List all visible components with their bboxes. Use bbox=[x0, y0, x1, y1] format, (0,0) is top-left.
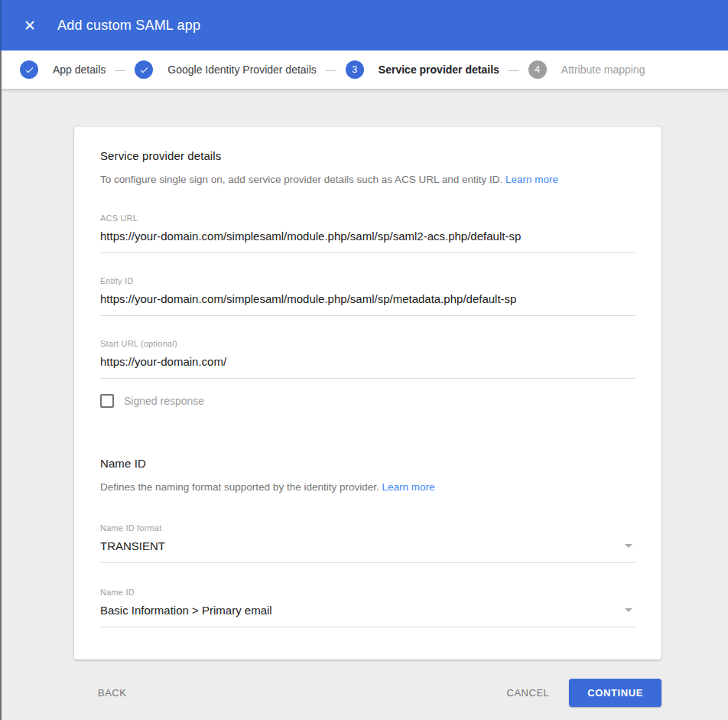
section-description: To configure single sign on, add service… bbox=[100, 174, 635, 185]
step-label: Google Identity Provider details bbox=[167, 64, 317, 76]
step-number-badge: 4 bbox=[528, 60, 547, 79]
step-google-idp-details[interactable]: Google Identity Provider details bbox=[135, 60, 317, 79]
name-id-format-value: TRANSIENT bbox=[100, 539, 165, 552]
name-id-select[interactable]: Basic Information > Primary email bbox=[100, 597, 635, 627]
signed-response-row: Signed response bbox=[100, 394, 635, 408]
signed-response-checkbox[interactable] bbox=[100, 394, 114, 408]
section-title-name-id: Name ID bbox=[100, 457, 635, 470]
back-button[interactable]: BACK bbox=[98, 687, 126, 699]
step-complete-check-icon bbox=[135, 60, 153, 79]
step-connector: — bbox=[326, 64, 336, 76]
step-attribute-mapping[interactable]: 4 Attribute mapping bbox=[528, 60, 645, 79]
name-id-value: Basic Information > Primary email bbox=[100, 604, 272, 617]
step-connector: — bbox=[509, 64, 519, 76]
name-id-format-field-group: Name ID format TRANSIENT bbox=[100, 523, 635, 563]
continue-button[interactable]: CONTINUE bbox=[569, 679, 661, 707]
acs-url-label: ACS URL bbox=[100, 213, 635, 223]
step-complete-check-icon bbox=[20, 60, 38, 79]
chevron-down-icon bbox=[625, 608, 632, 612]
step-label: Service provider details bbox=[379, 64, 499, 76]
chevron-down-icon bbox=[625, 544, 632, 548]
description-text: To configure single sign on, add service… bbox=[100, 174, 505, 185]
step-label: App details bbox=[53, 64, 106, 76]
step-label: Attribute mapping bbox=[561, 64, 645, 76]
name-id-format-label: Name ID format bbox=[100, 523, 635, 533]
description-text: Defines the naming format supported by t… bbox=[100, 481, 382, 493]
learn-more-link[interactable]: Learn more bbox=[505, 174, 558, 185]
start-url-field-group: Start URL (optional) bbox=[100, 339, 635, 379]
stepper: App details — Google Identity Provider d… bbox=[0, 50, 728, 89]
entity-id-field-group: Entity ID bbox=[100, 276, 635, 316]
dialog-title: Add custom SAML app bbox=[57, 18, 200, 34]
dialog-header: ✕ Add custom SAML app bbox=[0, 0, 728, 50]
service-provider-card: Service provider details To configure si… bbox=[74, 127, 661, 660]
dialog-body: Service provider details To configure si… bbox=[0, 127, 728, 720]
entity-id-input[interactable] bbox=[100, 285, 635, 316]
name-id-label: Name ID bbox=[100, 588, 635, 597]
start-url-label: Start URL (optional) bbox=[100, 339, 635, 348]
dialog-footer: BACK CANCEL CONTINUE bbox=[74, 660, 661, 720]
section-description: Defines the naming format supported by t… bbox=[100, 481, 635, 493]
step-app-details[interactable]: App details bbox=[20, 60, 106, 79]
name-id-format-select[interactable]: TRANSIENT bbox=[100, 533, 635, 563]
cancel-button[interactable]: CANCEL bbox=[507, 687, 550, 699]
step-service-provider-details[interactable]: 3 Service provider details bbox=[346, 60, 499, 79]
entity-id-label: Entity ID bbox=[100, 276, 635, 285]
name-id-field-group: Name ID Basic Information > Primary emai… bbox=[100, 588, 635, 627]
start-url-input[interactable] bbox=[100, 348, 635, 379]
signed-response-label: Signed response bbox=[124, 395, 204, 407]
step-number-badge: 3 bbox=[346, 60, 364, 79]
acs-url-field-group: ACS URL bbox=[100, 213, 635, 253]
section-title-service-provider: Service provider details bbox=[100, 149, 635, 162]
step-connector: — bbox=[115, 64, 125, 76]
learn-more-link[interactable]: Learn more bbox=[382, 481, 434, 493]
acs-url-input[interactable] bbox=[100, 223, 635, 253]
close-icon[interactable]: ✕ bbox=[21, 16, 39, 34]
window-left-edge bbox=[0, 0, 2, 720]
